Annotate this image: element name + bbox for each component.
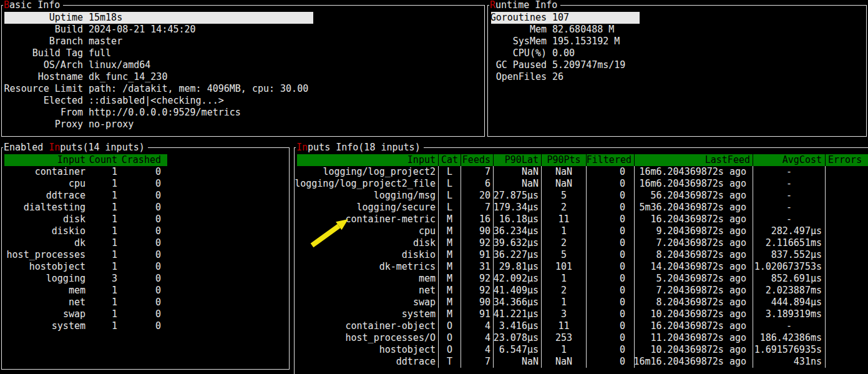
- table-cell: 1: [88, 166, 120, 178]
- table-row-system[interactable]: system10: [4, 320, 167, 332]
- kv-row-resource-limit[interactable]: Resource Limitpath: /datakit, mem: 4096M…: [2, 83, 484, 95]
- table-cell: 27.875µs: [494, 190, 542, 202]
- column-header-lastfeed: LastFeed: [635, 154, 753, 166]
- enabled-inputs-table: InputCountCrashedcontainer10cpu10ddtrace…: [4, 154, 167, 332]
- table-row-logging-log-project2-file[interactable]: logging/log_project2_fileL6NaNNaN016m6.2…: [297, 178, 868, 190]
- kv-row-openfiles[interactable]: OpenFiles26: [488, 71, 866, 83]
- table-row-logging-msg[interactable]: logging/msgL2027.875µs5056.204369872s ag…: [297, 190, 868, 202]
- panel-title-inputs-info: Inputs Info(18 inputs): [296, 142, 424, 154]
- table-cell: 1: [88, 297, 120, 308]
- kv-row-os-arch[interactable]: OS/Archlinux/amd64: [2, 59, 484, 71]
- kv-row-branch[interactable]: Branchmaster: [2, 36, 484, 47]
- table-cell: logging/log_project2: [297, 166, 439, 178]
- table-cell: 1: [542, 273, 587, 285]
- table-cell: M: [439, 237, 461, 249]
- table-cell: system: [297, 308, 439, 320]
- kv-row-sysmem[interactable]: SysMem195.153192 M: [488, 36, 866, 47]
- table-cell: [826, 214, 868, 225]
- kv-row-uptime[interactable]: Uptime15m18s: [2, 12, 484, 24]
- table-row-container-metric[interactable]: container-metricM1616.18µs11016.20436987…: [297, 214, 868, 225]
- kv-value: 107: [552, 12, 569, 24]
- table-cell: [826, 308, 868, 320]
- table-cell: 90: [461, 297, 494, 308]
- table-row-hostobject[interactable]: hostobjectO46.547µs1010.204369872s ago1.…: [297, 344, 868, 356]
- table-row-swap[interactable]: swapM9034.366µs108.204369872s ago444.894…: [297, 297, 868, 308]
- table-row-diskio[interactable]: diskioM9136.227µs508.204369872s ago837.5…: [297, 249, 868, 261]
- table-cell: 91: [461, 249, 494, 261]
- table-row-cpu[interactable]: cpu10: [4, 178, 167, 190]
- table-row-mem[interactable]: memM9242.092µs105.204369872s ago852.691µ…: [297, 273, 868, 285]
- table-cell: 34.366µs: [494, 297, 542, 308]
- kv-row-goroutines[interactable]: Goroutines107: [488, 12, 866, 24]
- table-row-system[interactable]: systemM9141.221µs3010.204369872s ago3.18…: [297, 308, 868, 320]
- table-row-container-object[interactable]: container-objectO43.416µs11016.204369872…: [297, 320, 868, 332]
- table-cell: 1: [88, 285, 120, 297]
- kv-row-build-tag[interactable]: Build Tagfull: [2, 47, 484, 59]
- table-cell: 92: [461, 273, 494, 285]
- table-cell: 282.497µs: [753, 225, 826, 237]
- table-cell: 1: [88, 214, 120, 225]
- table-cell: dialtesting: [4, 202, 88, 214]
- table-cell: 2.023887ms: [753, 285, 826, 297]
- table-cell: 0: [587, 166, 635, 178]
- panel-basic-info: Basic Info Uptime15m18sBuild2024-08-21 1…: [1, 5, 485, 137]
- kv-value: 15m18s: [89, 12, 122, 24]
- table-row-logging-secure[interactable]: logging/secureL7179.34µs205m36.204369872…: [297, 202, 868, 214]
- kv-row-build[interactable]: Build2024-08-21 14:45:20: [2, 24, 484, 36]
- table-cell: 0: [587, 356, 635, 368]
- table-cell: hostobject: [297, 344, 439, 356]
- table-cell: logging/msg: [297, 190, 439, 202]
- table-cell: 7: [461, 166, 494, 178]
- table-cell: 1: [88, 320, 120, 332]
- table-cell: 7.204369872s ago: [635, 237, 753, 249]
- table-cell: 0: [587, 214, 635, 225]
- table-cell: 1: [88, 225, 120, 237]
- table-cell: 1: [88, 308, 120, 320]
- table-row-container[interactable]: container10: [4, 166, 167, 178]
- table-cell: 6.547µs: [494, 344, 542, 356]
- table-row-dk-metrics[interactable]: dk-metricsM3129.81µs101014.204369872s ag…: [297, 261, 868, 273]
- table-row-disk[interactable]: disk10: [4, 214, 167, 225]
- table-cell: 0: [587, 320, 635, 332]
- table-row-logging[interactable]: logging30: [4, 273, 167, 285]
- kv-row-hostname[interactable]: Hostnamedk_func_14_230: [2, 71, 484, 83]
- table-row-disk[interactable]: diskM9239.632µs207.204369872s ago2.11665…: [297, 237, 868, 249]
- table-cell: [826, 273, 868, 285]
- table-cell: ddtrace: [4, 190, 88, 202]
- kv-label: Build: [3, 24, 83, 36]
- table-row-ddtrace[interactable]: ddtraceT7NaNNaN016m16.204369872s ago431n…: [297, 356, 868, 368]
- pointer-arrow-icon: [305, 214, 357, 251]
- table-cell: 0: [120, 190, 167, 202]
- kv-row-proxy[interactable]: Proxyno-proxy: [2, 119, 484, 130]
- panel-title-enabled-inputs: Enabled Inputs(14 inputs): [3, 142, 148, 154]
- column-header-cat: Cat: [439, 154, 461, 166]
- table-row-net[interactable]: net10: [4, 297, 167, 308]
- table-cell: L: [439, 166, 461, 178]
- kv-row-from[interactable]: Fromhttp://0.0.0.0:9529/metrics: [2, 107, 484, 119]
- table-cell: 1: [542, 344, 587, 356]
- table-row-host-processes[interactable]: host_processes10: [4, 249, 167, 261]
- table-cell: NaN: [494, 166, 542, 178]
- table-cell: 16.18µs: [494, 214, 542, 225]
- kv-value: ::disabled|<checking...>: [89, 95, 224, 107]
- basic-info-rows: Uptime15m18sBuild2024-08-21 14:45:20Bran…: [2, 12, 484, 130]
- kv-row-mem[interactable]: Mem82.680488 M: [488, 24, 866, 36]
- kv-row-elected[interactable]: Elected::disabled|<checking...>: [2, 95, 484, 107]
- table-row-logging-log-project2[interactable]: logging/log_project2L7NaNNaN016m6.204369…: [297, 166, 868, 178]
- kv-row-cpu[interactable]: CPU(%)0.00: [488, 47, 866, 59]
- table-row-dk[interactable]: dk10: [4, 237, 167, 249]
- kv-row-gc-paused[interactable]: GC Paused5.209747ms/19: [488, 59, 866, 71]
- table-row-mem[interactable]: mem10: [4, 285, 167, 297]
- table-cell: mem: [297, 273, 439, 285]
- kv-value: path: /datakit, mem: 4096MB, cpu: 30.00: [89, 83, 308, 95]
- table-row-ddtrace[interactable]: ddtrace10: [4, 190, 167, 202]
- table-cell: 0: [587, 190, 635, 202]
- table-row-swap[interactable]: swap10: [4, 308, 167, 320]
- table-row-diskio[interactable]: diskio10: [4, 225, 167, 237]
- table-row-net[interactable]: netM9241.409µs207.204369872s ago2.023887…: [297, 285, 868, 297]
- table-row-host-processes-o[interactable]: host_processes/OO423.078µs253011.2043698…: [297, 332, 868, 344]
- table-row-dialtesting[interactable]: dialtesting10: [4, 202, 167, 214]
- table-row-cpu[interactable]: cpuM9036.234µs109.204369872s ago282.497µ…: [297, 225, 868, 237]
- table-cell: 0: [587, 308, 635, 320]
- table-row-hostobject[interactable]: hostobject10: [4, 261, 167, 273]
